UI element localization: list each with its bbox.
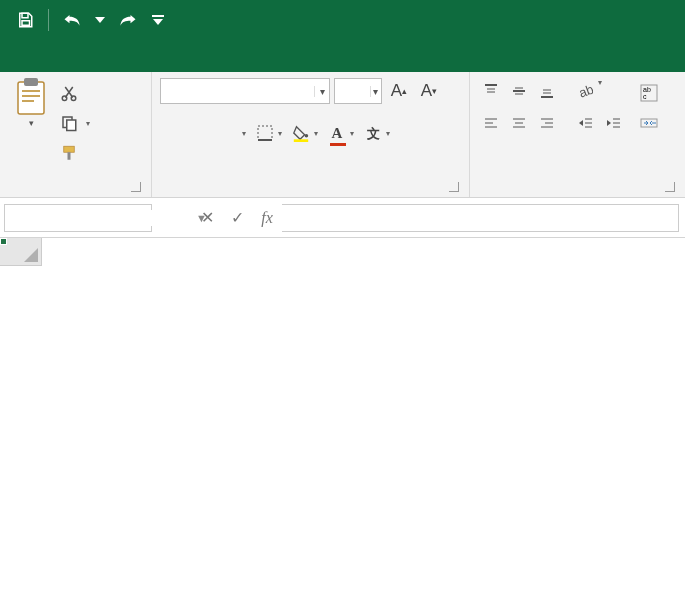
formula-bar: ▼ ✕ ✓ fx bbox=[0, 198, 685, 238]
paste-dropdown-icon[interactable]: ▾ bbox=[8, 118, 54, 128]
format-painter-button[interactable] bbox=[60, 140, 94, 166]
underline-dropdown[interactable]: ▾ bbox=[242, 129, 250, 138]
svg-rect-17 bbox=[294, 139, 308, 142]
align-top-button[interactable] bbox=[478, 78, 504, 104]
svg-rect-13 bbox=[68, 152, 71, 160]
decrease-indent-button[interactable] bbox=[572, 110, 598, 136]
accept-formula-button[interactable]: ✓ bbox=[222, 204, 252, 232]
align-middle-button[interactable] bbox=[506, 78, 532, 104]
svg-rect-0 bbox=[22, 13, 28, 18]
fill-dropdown[interactable]: ▾ bbox=[314, 129, 322, 138]
cancel-formula-button[interactable]: ✕ bbox=[192, 204, 222, 232]
svg-rect-6 bbox=[22, 95, 40, 97]
svg-point-9 bbox=[71, 96, 76, 101]
group-label-clipboard bbox=[8, 192, 143, 195]
svg-rect-5 bbox=[22, 90, 40, 92]
undo-dropdown[interactable] bbox=[93, 3, 107, 37]
scissors-icon bbox=[60, 84, 78, 102]
redo-button[interactable] bbox=[111, 3, 145, 37]
chevron-down-icon[interactable]: ▾ bbox=[370, 86, 381, 97]
increase-indent-button[interactable] bbox=[600, 110, 626, 136]
paste-button[interactable]: ▾ bbox=[8, 76, 54, 128]
ribbon-tabs bbox=[0, 40, 685, 72]
wrap-text-button[interactable]: abc bbox=[640, 80, 663, 106]
svg-point-16 bbox=[305, 134, 309, 138]
decrease-font-button[interactable]: A▾ bbox=[416, 78, 442, 104]
svg-rect-1 bbox=[22, 21, 30, 26]
svg-rect-12 bbox=[64, 146, 75, 152]
copy-dropdown-icon[interactable]: ▾ bbox=[86, 119, 94, 128]
copy-button[interactable]: ▾ bbox=[60, 110, 94, 136]
cut-button[interactable] bbox=[60, 80, 94, 106]
group-alignment: ab▾ abc bbox=[470, 72, 685, 197]
undo-button[interactable] bbox=[55, 3, 89, 37]
name-box-input[interactable] bbox=[5, 210, 196, 226]
formula-input[interactable] bbox=[282, 204, 679, 232]
align-center-button[interactable] bbox=[506, 110, 532, 136]
ribbon: ▾ ▾ bbox=[0, 72, 685, 198]
group-label-font bbox=[160, 192, 461, 195]
font-color-button[interactable]: A bbox=[324, 120, 350, 146]
border-button[interactable] bbox=[252, 120, 278, 146]
svg-rect-2 bbox=[152, 15, 164, 17]
italic-button[interactable] bbox=[188, 120, 214, 146]
align-right-button[interactable] bbox=[534, 110, 560, 136]
font-size-combo[interactable]: ▾ bbox=[334, 78, 382, 104]
brush-icon bbox=[60, 144, 78, 162]
svg-text:ab: ab bbox=[577, 83, 593, 99]
align-left-button[interactable] bbox=[478, 110, 504, 136]
svg-text:c: c bbox=[643, 93, 647, 100]
group-clipboard: ▾ ▾ bbox=[0, 72, 152, 197]
name-box[interactable]: ▼ bbox=[4, 204, 152, 232]
font-name-input[interactable] bbox=[161, 83, 314, 99]
bold-button[interactable] bbox=[160, 120, 186, 146]
group-font: ▾ ▾ A▴ A▾ ▾ ▾ ▾ A▾ 文▾ bbox=[152, 72, 470, 197]
phonetic-dropdown[interactable]: ▾ bbox=[386, 129, 394, 138]
phonetic-button[interactable]: 文 bbox=[360, 120, 386, 146]
select-all-corner[interactable] bbox=[0, 238, 42, 266]
font-name-combo[interactable]: ▾ bbox=[160, 78, 330, 104]
group-label-align bbox=[478, 192, 677, 195]
merge-button[interactable] bbox=[640, 110, 663, 136]
increase-font-button[interactable]: A▴ bbox=[386, 78, 412, 104]
orientation-dropdown[interactable]: ▾ bbox=[598, 78, 606, 104]
svg-rect-4 bbox=[24, 78, 38, 86]
wrap-icon: abc bbox=[640, 84, 658, 102]
qat-customize[interactable] bbox=[149, 3, 167, 37]
save-button[interactable] bbox=[8, 3, 42, 37]
chevron-down-icon[interactable]: ▾ bbox=[314, 86, 329, 97]
fontcolor-dropdown[interactable]: ▾ bbox=[350, 129, 358, 138]
svg-rect-7 bbox=[22, 100, 34, 102]
orientation-button[interactable]: ab bbox=[572, 78, 598, 104]
svg-rect-14 bbox=[258, 126, 272, 140]
border-dropdown[interactable]: ▾ bbox=[278, 129, 286, 138]
svg-rect-11 bbox=[67, 120, 76, 131]
merge-icon bbox=[640, 114, 658, 132]
fx-button[interactable]: fx bbox=[252, 204, 282, 232]
separator bbox=[48, 9, 49, 31]
copy-icon bbox=[60, 114, 78, 132]
fill-color-button[interactable] bbox=[288, 120, 314, 146]
underline-button[interactable] bbox=[216, 120, 242, 146]
font-size-input[interactable] bbox=[335, 83, 370, 99]
svg-point-8 bbox=[62, 96, 67, 101]
svg-rect-3 bbox=[18, 82, 44, 114]
svg-text:ab: ab bbox=[643, 86, 651, 93]
quick-access-toolbar bbox=[0, 0, 685, 40]
align-bottom-button[interactable] bbox=[534, 78, 560, 104]
